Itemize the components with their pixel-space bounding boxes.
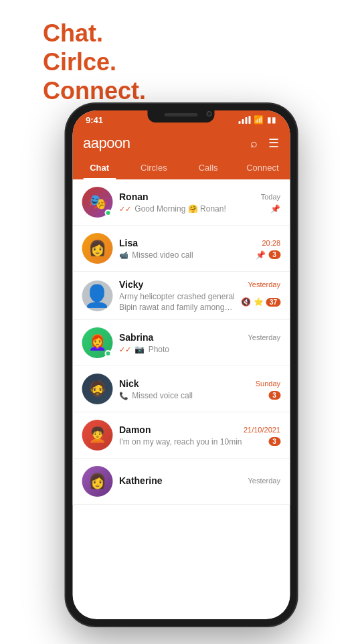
- chat-time-lisa: 20:28: [262, 239, 280, 247]
- chat-preview-ronan: ✓✓ Good Morning 🤗 Ronan!: [119, 204, 266, 214]
- menu-icon[interactable]: ☰: [268, 136, 279, 151]
- hero-line2: Cirlce.: [43, 48, 146, 76]
- phone-notch: [148, 110, 215, 123]
- chat-preview-lisa: 📹 Missed video call: [119, 250, 252, 260]
- tab-connect[interactable]: Connect: [236, 156, 290, 179]
- chat-item-damon[interactable]: 🧑‍🦱 Damon 21/10/2021 I'm on my way, reac…: [72, 412, 290, 459]
- chat-content-damon: Damon 21/10/2021 I'm on my way, reach yo…: [119, 424, 280, 447]
- tab-chat[interactable]: Chat: [72, 156, 126, 179]
- badge-damon: 3: [268, 437, 280, 446]
- avatar-wrap-katherine: 👩: [82, 466, 112, 497]
- mute-icon-vicky: 🔇: [241, 297, 251, 307]
- chat-preview-vicky: Army helicopter crashed general Bipin ra…: [119, 292, 237, 312]
- chat-top-nick: Nick Sunday: [119, 378, 280, 389]
- chat-name-katherine: Katherine: [119, 475, 163, 486]
- nav-tabs: Chat Circles Calls Connect: [72, 156, 290, 179]
- avatar-katherine: 👩: [82, 466, 112, 497]
- chat-bottom-damon: I'm on my way, reach you in 10min 3: [119, 437, 280, 447]
- chat-time-damon: 21/10/2021: [244, 426, 280, 434]
- chat-bottom-ronan: ✓✓ Good Morning 🤗 Ronan! 📌: [119, 204, 280, 214]
- avatar-wrap-nick: 🧔: [82, 374, 112, 404]
- check-icon-sabrina: ✓✓: [119, 345, 131, 353]
- hero-text: Chat. Cirlce. Connect.: [43, 19, 146, 106]
- chat-top-lisa: Lisa 20:28: [119, 238, 280, 248]
- chat-bottom-lisa: 📹 Missed video call 📌 3: [119, 250, 280, 260]
- pin-icon-lisa: 📌: [256, 250, 266, 260]
- chat-top-sabrina: Sabrina Yesterday: [119, 332, 280, 343]
- badge-vicky: 37: [266, 298, 280, 307]
- chat-time-ronan: Today: [261, 193, 280, 201]
- avatar-wrap-lisa: 👩: [82, 233, 112, 264]
- online-indicator-sabrina: [104, 350, 111, 357]
- wifi-icon: 📶: [254, 115, 264, 125]
- avatar-wrap-vicky: 👤: [82, 280, 112, 311]
- chat-bottom-sabrina: ✓✓ 📷 Photo: [119, 345, 280, 354]
- chat-item-nick[interactable]: 🧔 Nick Sunday 📞 Missed voice call 3: [72, 366, 290, 412]
- chat-item-katherine[interactable]: 👩 Katherine Yesterday: [72, 459, 290, 505]
- camera-icon-sabrina: 📷: [134, 345, 145, 354]
- chat-name-vicky: Vicky: [119, 279, 143, 290]
- avatar-damon: 🧑‍🦱: [82, 420, 112, 451]
- chat-bottom-vicky: Army helicopter crashed general Bipin ra…: [119, 292, 280, 312]
- chat-meta-vicky: 🔇 ⭐ 37: [241, 297, 280, 307]
- app-logo: aapoon: [83, 135, 130, 152]
- badge-nick: 3: [268, 391, 280, 400]
- signal-icon: [238, 116, 250, 124]
- avatar-nick: 🧔: [82, 374, 112, 404]
- status-icons: 📶 ▮▮: [238, 115, 276, 125]
- chat-preview-nick: 📞 Missed voice call: [119, 391, 264, 400]
- chat-preview-damon: I'm on my way, reach you in 10min: [119, 437, 264, 447]
- hero-line1: Chat.: [43, 19, 146, 48]
- chat-top-ronan: Ronan Today: [119, 191, 280, 202]
- chat-name-lisa: Lisa: [119, 238, 138, 248]
- star-icon-vicky: ⭐: [254, 297, 264, 307]
- chat-content-nick: Nick Sunday 📞 Missed voice call 3: [119, 378, 280, 400]
- avatar-wrap-damon: 🧑‍🦱: [82, 420, 112, 451]
- chat-meta-lisa: 📌 3: [256, 250, 280, 260]
- chat-meta-damon: 3: [268, 437, 280, 446]
- screen: 9:41 📶 ▮▮ aapoon ⌕ ☰: [72, 110, 290, 619]
- avatar-lisa: 👩: [82, 233, 112, 264]
- chat-meta-ronan: 📌: [270, 204, 280, 214]
- chat-time-sabrina: Yesterday: [248, 333, 280, 341]
- chat-item-ronan[interactable]: 🎭 Ronan Today ✓✓ Good Morning 🤗 Ronan!: [72, 179, 290, 226]
- chat-name-damon: Damon: [119, 424, 151, 435]
- badge-lisa: 3: [268, 250, 280, 259]
- avatar-wrap-ronan: 🎭: [82, 187, 112, 218]
- chat-top-damon: Damon 21/10/2021: [119, 424, 280, 435]
- app-header: aapoon ⌕ ☰: [72, 129, 290, 156]
- tab-circles[interactable]: Circles: [126, 156, 181, 179]
- chat-preview-sabrina: ✓✓ 📷 Photo: [119, 345, 276, 354]
- status-time: 9:41: [86, 115, 103, 125]
- search-icon[interactable]: ⌕: [250, 137, 258, 151]
- tab-calls[interactable]: Calls: [181, 156, 236, 179]
- missed-voice-icon-nick: 📞: [119, 392, 128, 400]
- chat-bottom-nick: 📞 Missed voice call 3: [119, 391, 280, 400]
- header-icons: ⌕ ☰: [250, 136, 279, 151]
- front-camera: [207, 111, 212, 116]
- online-indicator-ronan: [104, 210, 111, 216]
- chat-item-sabrina[interactable]: 👩‍🦰 Sabrina Yesterday ✓✓ 📷 Photo: [72, 320, 290, 366]
- chat-top-katherine: Katherine Yesterday: [119, 475, 280, 486]
- chat-name-ronan: Ronan: [119, 191, 149, 202]
- chat-item-vicky[interactable]: 👤 Vicky Yesterday Army helicopter crashe…: [72, 272, 290, 320]
- chat-item-lisa[interactable]: 👩 Lisa 20:28 📹 Missed video call 📌: [72, 226, 290, 272]
- check-icon-ronan: ✓✓: [119, 205, 131, 213]
- chat-content-sabrina: Sabrina Yesterday ✓✓ 📷 Photo: [119, 332, 280, 354]
- chat-time-katherine: Yesterday: [248, 477, 280, 485]
- chat-time-vicky: Yesterday: [248, 280, 280, 289]
- avatar-vicky: 👤: [82, 280, 112, 311]
- phone-frame: 9:41 📶 ▮▮ aapoon ⌕ ☰: [66, 104, 296, 626]
- chat-time-nick: Sunday: [256, 380, 280, 388]
- chat-content-vicky: Vicky Yesterday Army helicopter crashed …: [119, 279, 280, 312]
- chat-meta-nick: 3: [268, 391, 280, 400]
- chat-list: 🎭 Ronan Today ✓✓ Good Morning 🤗 Ronan!: [72, 179, 290, 505]
- phone-speaker: [165, 113, 198, 116]
- chat-name-sabrina: Sabrina: [119, 332, 153, 343]
- avatar-wrap-sabrina: 👩‍🦰: [82, 327, 112, 358]
- chat-name-nick: Nick: [119, 378, 139, 389]
- chat-content-katherine: Katherine Yesterday: [119, 475, 280, 488]
- pin-icon-ronan: 📌: [270, 204, 280, 214]
- chat-content-ronan: Ronan Today ✓✓ Good Morning 🤗 Ronan! 📌: [119, 191, 280, 214]
- hero-line3: Connect.: [43, 76, 146, 105]
